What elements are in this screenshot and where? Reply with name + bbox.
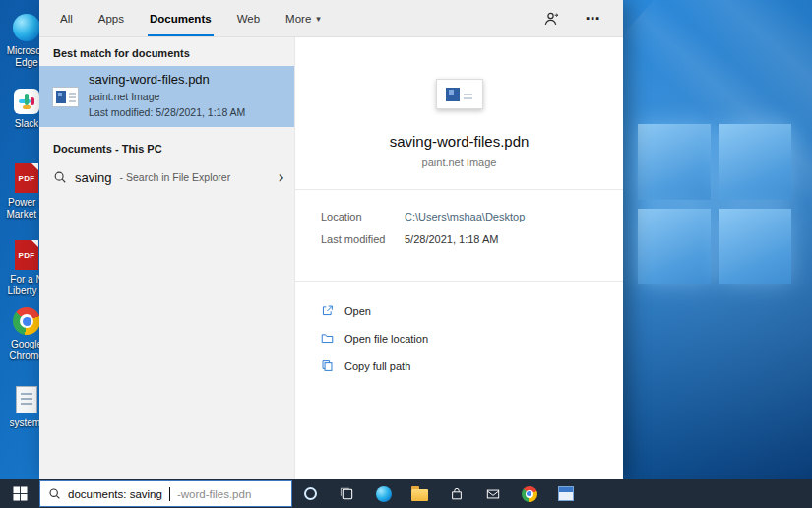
mail-icon [486,487,500,501]
chevron-right-icon: › [278,169,284,186]
tab-label: Documents [150,13,212,25]
result-type: paint.net Image [89,90,245,105]
slack-icon [14,89,39,114]
screen: Microsoft Edge Slack PDF Power P Market … [0,0,812,508]
modified-value: 5/28/2021, 1:18 AM [405,233,498,245]
pdn-mini-icon [446,88,460,101]
windows-logo [638,124,791,284]
copy-icon [321,359,334,372]
preview-file-name: saving-word-files.pdn [295,133,623,150]
detail-modified: Last modified 5/28/2021, 1:18 AM [321,233,597,245]
pdn-file-icon [52,87,79,107]
store-button[interactable] [438,479,474,508]
tab-documents[interactable]: Documents [137,0,224,36]
pdn-mini-lines [464,94,472,95]
action-label: Open file location [344,333,428,345]
ellipsis-icon: ⋯ [586,11,600,26]
preview-file-type: paint.net Image [295,157,623,168]
search-suggestion-text: -word-files.pdn [177,488,251,500]
location-link[interactable]: C:\Users\mshaa\Desktop [405,211,525,222]
best-match-header: Best match for documents [39,37,294,66]
search-filter-tabs: All Apps Documents Web More ▾ ⋯ [39,0,623,37]
edge-icon [13,14,40,41]
pdf-icon: PDF [15,240,38,270]
text-cursor [169,487,170,501]
file-explorer-icon [411,489,428,501]
desktop-icon-label: Slack [15,118,38,130]
windows-logo-pane [638,124,711,200]
flyout-header-actions: ⋯ [542,0,623,36]
paint-net-button[interactable] [547,479,584,508]
search-icon [53,170,67,184]
file-explorer-button[interactable] [402,479,438,508]
chrome-taskbar-button[interactable] [511,479,547,508]
task-view-button[interactable] [329,479,365,508]
preview-pane: saving-word-files.pdn paint.net Image Lo… [294,37,623,479]
detail-location: Location C:\Users\mshaa\Desktop [321,211,597,222]
taskbar-search-input[interactable]: documents: saving -word-files.pdn [39,480,292,507]
open-icon [321,304,334,317]
action-label: Copy full path [344,360,410,372]
search-term: saving [75,170,112,185]
chrome-icon [13,307,40,335]
action-open-file-location[interactable]: Open file location [321,332,597,345]
tab-label: All [60,13,73,25]
location-label: Location [321,211,405,222]
best-match-result[interactable]: saving-word-files.pdn paint.net Image La… [39,66,294,127]
tab-web[interactable]: Web [224,0,273,36]
action-open[interactable]: Open [321,304,597,317]
chrome-icon [522,486,537,502]
flyout-body: Best match for documents saving-word-fil… [39,37,623,479]
tab-more[interactable]: More ▾ [273,0,334,36]
document-icon [16,386,37,413]
pdf-icon: PDF [15,163,38,193]
store-icon [450,487,464,501]
start-button[interactable] [0,479,39,508]
folder-icon [321,332,334,345]
documents-section-header: Documents - This PC [39,133,294,161]
mail-button[interactable] [474,479,511,508]
tab-label: Web [237,13,260,25]
edge-taskbar-button[interactable] [365,479,402,508]
cortana-icon [304,487,317,500]
file-details: Location C:\Users\mshaa\Desktop Last mod… [295,190,623,260]
edge-icon [376,486,392,502]
modified-label: Last modified [321,233,405,245]
search-in-explorer-row[interactable]: saving - Search in File Explorer › [39,161,294,193]
windows-start-icon [13,486,28,501]
windows-logo-pane [719,209,792,285]
windows-logo-pane [638,209,711,285]
results-pane: Best match for documents saving-word-fil… [39,37,294,479]
search-icon [48,487,61,500]
cortana-button[interactable] [292,479,329,508]
pdf-badge: PDF [19,174,35,183]
action-label: Open [344,305,371,317]
file-preview-thumbnail [436,79,483,109]
search-flyout: All Apps Documents Web More ▾ ⋯ [39,0,623,479]
pdf-badge: PDF [19,251,35,260]
search-hint: - Search in File Explorer [120,171,231,183]
tab-label: More [285,13,311,25]
tab-label: Apps [98,13,124,25]
tab-all[interactable]: All [47,0,86,36]
paint-net-icon [558,486,574,501]
more-options-button[interactable]: ⋯ [584,10,601,28]
result-title: saving-word-files.pdn [89,72,245,87]
file-actions: Open Open file location Copy full path [295,282,623,395]
user-account-button[interactable] [542,10,560,28]
result-modified: Last modified: 5/28/2021, 1:18 AM [89,105,245,121]
action-copy-full-path[interactable]: Copy full path [321,359,597,372]
tab-apps[interactable]: Apps [86,0,137,36]
user-icon [543,11,559,27]
taskbar: documents: saving -word-files.pdn [0,479,812,508]
best-match-text: saving-word-files.pdn paint.net Image La… [89,72,245,121]
task-view-icon [340,486,354,501]
windows-logo-pane [719,124,792,200]
chevron-down-icon: ▾ [316,14,321,24]
search-typed-text: documents: saving [68,488,162,500]
